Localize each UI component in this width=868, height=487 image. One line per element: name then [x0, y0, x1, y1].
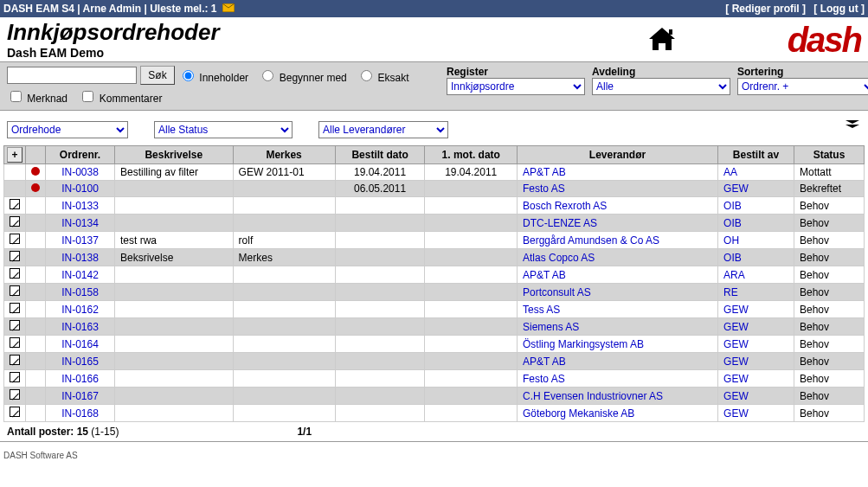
row-action-cell: [4, 215, 26, 232]
sortering-select[interactable]: Ordrenr. +: [737, 78, 868, 95]
th-bestilt-av[interactable]: Bestilt av: [718, 146, 794, 164]
bestilt-av-link[interactable]: GEW: [723, 356, 749, 368]
bestilt-av-link[interactable]: GEW: [723, 321, 749, 333]
ordrenr-link[interactable]: IN-0138: [61, 252, 99, 264]
leverandor-link[interactable]: Berggård Amundsen & Co AS: [523, 234, 659, 247]
leverandor-link[interactable]: Festo AS: [523, 373, 565, 385]
ordrenr-link[interactable]: IN-0166: [61, 373, 99, 385]
leverandor-link[interactable]: DTC-LENZE AS: [523, 217, 597, 229]
edit-icon[interactable]: [10, 407, 20, 417]
ordrenr-link[interactable]: IN-0167: [61, 390, 99, 402]
home-icon[interactable]: [646, 26, 678, 54]
bestilt-av-link[interactable]: OH: [723, 234, 739, 247]
leverandor-link[interactable]: AP&T AB: [523, 166, 566, 178]
th-leverandor[interactable]: Leverandør: [517, 146, 717, 164]
ordrenr-link[interactable]: IN-0137: [61, 234, 99, 247]
edit-icon[interactable]: [10, 303, 20, 313]
bestilt-av-link[interactable]: GEW: [723, 338, 749, 350]
row-status-cell: [26, 353, 46, 370]
ordrenr-link[interactable]: IN-0163: [61, 321, 99, 333]
mail-icon[interactable]: [222, 3, 235, 15]
leverandor-link[interactable]: Göteborg Mekaniske AB: [523, 407, 634, 420]
ordrenr-link[interactable]: IN-0134: [61, 217, 99, 229]
leverandor-link[interactable]: Tess AS: [523, 304, 560, 316]
filter-ordrehode-select[interactable]: Ordrehode: [7, 121, 128, 138]
table-row: IN-0165AP&T ABGEWBehov: [4, 353, 865, 370]
bestilt-av-link[interactable]: ARA: [723, 269, 745, 281]
cell-mot-dato: 19.04.2011: [425, 164, 518, 181]
edit-icon[interactable]: [10, 320, 20, 330]
search-bar: Søk Inneholder Begynner med Eksakt Merkn…: [0, 61, 868, 111]
radio-inneholder[interactable]: Inneholder: [178, 72, 248, 84]
bestilt-av-link[interactable]: RE: [723, 286, 738, 298]
leverandor-link[interactable]: AP&T AB: [523, 269, 566, 281]
ordrenr-link[interactable]: IN-0162: [61, 304, 99, 316]
count-label: Antall poster: 15: [7, 426, 88, 438]
filter-status-select[interactable]: Alle Status: [154, 121, 293, 138]
cell-ordrenr: IN-0168: [46, 405, 115, 422]
ordrenr-link[interactable]: IN-0158: [61, 286, 99, 298]
leverandor-link[interactable]: Östling Markingsystem AB: [523, 338, 644, 350]
cell-leverandor: Atlas Copco AS: [517, 249, 717, 266]
bestilt-av-link[interactable]: GEW: [723, 407, 749, 420]
ordrenr-link[interactable]: IN-0164: [61, 338, 99, 350]
leverandor-link[interactable]: C.H Evensen Industriovner AS: [523, 390, 663, 402]
th-bestilt-dato[interactable]: Bestilt dato: [335, 146, 425, 164]
edit-profile-link[interactable]: [ Rediger profil ]: [725, 3, 806, 15]
cell-status: Behov: [794, 353, 865, 370]
checkbox-merknad[interactable]: Merknad: [7, 93, 68, 105]
th-beskrivelse[interactable]: Beskrivelse: [115, 146, 234, 164]
search-input[interactable]: [7, 67, 137, 84]
avdeling-select[interactable]: Alle: [592, 78, 730, 95]
register-select[interactable]: Innkjøpsordre: [447, 78, 585, 95]
edit-icon[interactable]: [10, 216, 20, 227]
leverandor-link[interactable]: Festo AS: [523, 183, 565, 195]
bestilt-av-link[interactable]: GEW: [723, 304, 749, 316]
ordrenr-link[interactable]: IN-0165: [61, 356, 99, 368]
checkbox-kommentarer[interactable]: Kommentarer: [79, 93, 162, 105]
edit-icon[interactable]: [10, 389, 20, 400]
row-status-cell: [26, 405, 46, 422]
radio-begynner[interactable]: Begynner med: [258, 72, 346, 84]
leverandor-link[interactable]: Siemens AS: [523, 321, 579, 333]
cell-bestilt-dato: [335, 405, 425, 422]
expand-icon[interactable]: [845, 119, 859, 131]
bestilt-av-link[interactable]: GEW: [723, 183, 749, 195]
edit-icon[interactable]: [10, 355, 20, 365]
edit-icon[interactable]: [10, 285, 20, 296]
th-merkes[interactable]: Merkes: [233, 146, 335, 164]
leverandor-link[interactable]: AP&T AB: [523, 356, 566, 368]
bestilt-av-link[interactable]: AA: [723, 166, 737, 178]
edit-icon[interactable]: [10, 234, 20, 244]
ordrenr-link[interactable]: IN-0168: [61, 407, 99, 420]
ordrenr-link[interactable]: IN-0038: [61, 166, 99, 178]
add-row-button[interactable]: +: [7, 147, 23, 163]
cell-bestilt-dato: [335, 266, 425, 284]
edit-icon[interactable]: [10, 268, 20, 279]
filter-leverandor-select[interactable]: Alle Leverandører: [318, 121, 448, 138]
edit-icon[interactable]: [10, 337, 20, 348]
bestilt-av-link[interactable]: OIB: [723, 217, 742, 229]
leverandor-link[interactable]: Atlas Copco AS: [523, 252, 595, 264]
bestilt-av-link[interactable]: OIB: [723, 200, 742, 212]
edit-icon[interactable]: [10, 199, 20, 209]
ordrenr-link[interactable]: IN-0133: [61, 200, 99, 212]
edit-icon[interactable]: [10, 372, 20, 382]
th-status[interactable]: Status: [794, 146, 865, 164]
bestilt-av-link[interactable]: OIB: [723, 252, 742, 264]
edit-icon[interactable]: [10, 251, 20, 261]
ordrenr-link[interactable]: IN-0100: [61, 183, 99, 195]
leverandor-link[interactable]: Bosch Rexroth AS: [523, 200, 607, 212]
ordrenr-link[interactable]: IN-0142: [61, 269, 99, 281]
logout-link[interactable]: [ Logg ut ]: [813, 3, 865, 15]
search-button[interactable]: Søk: [140, 66, 175, 85]
radio-eksakt[interactable]: Eksakt: [357, 72, 408, 84]
cell-leverandor: Portconsult AS: [517, 284, 717, 301]
row-action-cell: [4, 181, 26, 197]
cell-beskrivelse: [115, 266, 234, 284]
leverandor-link[interactable]: Portconsult AS: [523, 286, 591, 298]
bestilt-av-link[interactable]: GEW: [723, 373, 749, 385]
th-ordrenr[interactable]: Ordrenr.: [46, 146, 115, 164]
bestilt-av-link[interactable]: GEW: [723, 390, 749, 402]
th-mot-dato[interactable]: 1. mot. dato: [425, 146, 518, 164]
